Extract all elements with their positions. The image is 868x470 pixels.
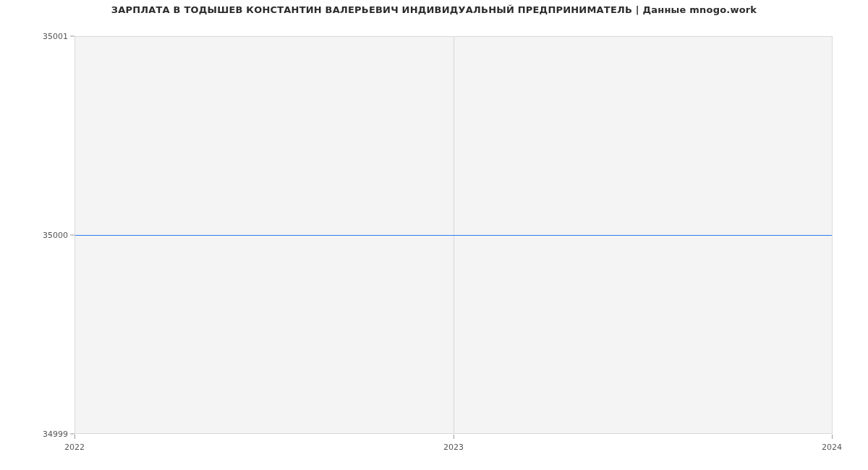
x-tick-label: 2024 — [822, 443, 842, 452]
data-series-line — [75, 235, 832, 236]
salary-line-chart: ЗАРПЛАТА В ТОДЫШЕВ КОНСТАНТИН ВАЛЕРЬЕВИЧ… — [0, 0, 868, 470]
x-tick-label: 2023 — [443, 443, 464, 452]
y-tick-label: 35001 — [3, 32, 68, 41]
x-tick-dash — [454, 435, 454, 439]
y-tick-label: 35000 — [3, 231, 68, 240]
x-tick-dash — [75, 435, 75, 439]
x-tick-label: 2022 — [64, 443, 85, 452]
y-tick-label: 34999 — [3, 430, 68, 439]
chart-title: ЗАРПЛАТА В ТОДЫШЕВ КОНСТАНТИН ВАЛЕРЬЕВИЧ… — [0, 4, 868, 15]
x-tick-dash — [832, 435, 833, 439]
plot-area — [75, 36, 833, 434]
